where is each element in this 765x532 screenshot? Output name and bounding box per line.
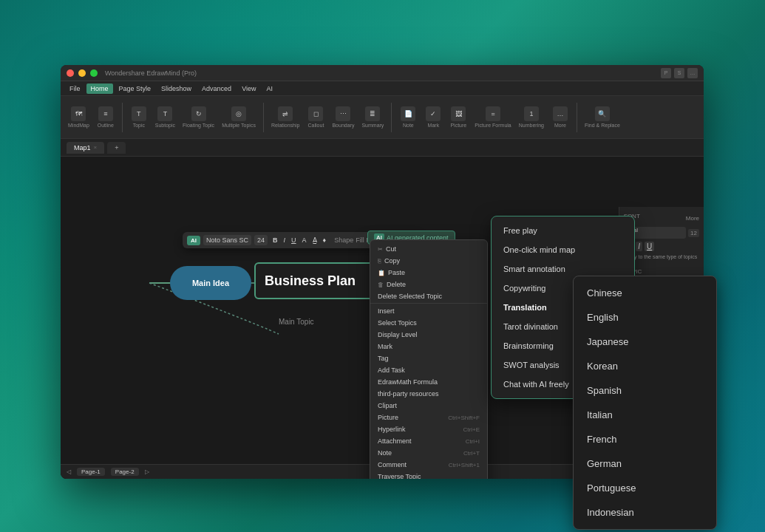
cm-hyperlink[interactable]: HyperlinkCtrl+E xyxy=(370,423,487,435)
share-button[interactable]: S xyxy=(674,68,684,78)
divider-1 xyxy=(122,103,123,132)
cm-tag[interactable]: Tag xyxy=(370,352,487,364)
highlight-button[interactable]: A̲ xyxy=(310,235,319,245)
cm-delete-topic[interactable]: Delete Selected Topic xyxy=(370,290,487,304)
attachment-shortcut: Ctrl+I xyxy=(466,438,480,445)
toolbar-more[interactable]: … More xyxy=(548,105,572,129)
find-replace-icon: 🔍 xyxy=(595,106,610,121)
page-label[interactable]: Page-1 xyxy=(77,468,105,476)
lang-italian[interactable]: Italian xyxy=(574,403,716,427)
cm-picture[interactable]: PictureCtrl+Shift+F xyxy=(370,412,487,423)
font-selector[interactable]: Noto Sans SC xyxy=(203,235,251,245)
cm-traverse[interactable]: Traverse Topic xyxy=(370,471,487,479)
toolbar-subtopic[interactable]: T Subtopic xyxy=(152,105,178,129)
lang-english[interactable]: English xyxy=(574,305,716,330)
toolbar-topic[interactable]: T Topic xyxy=(127,105,151,129)
menu-home[interactable]: Home xyxy=(86,83,113,94)
more-btn[interactable]: … xyxy=(687,68,698,78)
language-submenu: Chinese English Japanese Korean Spanish … xyxy=(573,276,717,530)
text-color-button[interactable]: A xyxy=(300,235,309,245)
cm-paste[interactable]: 📋Paste xyxy=(370,267,487,279)
font-size-input[interactable]: 12 xyxy=(688,229,699,237)
lang-portuguese[interactable]: Portuguese xyxy=(574,476,716,500)
ai-free-play[interactable]: Free play xyxy=(492,221,634,240)
divider-3 xyxy=(391,103,392,132)
cm-comment[interactable]: CommentCtrl+Shift+1 xyxy=(370,459,487,471)
mindmap-label: MindMap xyxy=(68,123,89,128)
cm-mark[interactable]: Mark xyxy=(370,341,487,352)
toolbar-numbering[interactable]: 1 Numbering xyxy=(516,105,547,129)
business-plan-label: Business Plan xyxy=(265,273,356,289)
tab-new[interactable]: + xyxy=(107,142,126,154)
cm-cut[interactable]: ✂Cut xyxy=(370,243,487,255)
nav-next[interactable]: ▷ xyxy=(145,468,149,475)
menu-file[interactable]: File xyxy=(65,83,85,94)
toolbar-boundary[interactable]: ⋯ Boundary xyxy=(329,105,357,129)
lang-japanese[interactable]: Japanese xyxy=(574,330,716,354)
bold-button[interactable]: B xyxy=(271,235,280,245)
toolbar-formula[interactable]: = Picture Formula xyxy=(472,105,514,129)
font-row: Arial 12 xyxy=(624,227,699,239)
menu-slideshow[interactable]: Slideshow xyxy=(157,83,196,94)
main-idea-node[interactable]: Main Idea xyxy=(170,266,251,300)
tab-map1[interactable]: Map1 × xyxy=(67,142,104,154)
cm-note[interactable]: NoteCtrl+T xyxy=(370,447,487,459)
toolbar-floating[interactable]: ↻ Floating Topic xyxy=(180,105,217,129)
boundary-icon: ⋯ xyxy=(336,106,350,121)
cm-insert[interactable]: Insert xyxy=(370,305,487,317)
toolbar-mindmap[interactable]: 🗺 MindMap xyxy=(65,105,92,129)
cm-delete[interactable]: 🗑Delete xyxy=(370,279,487,290)
underline-button[interactable]: U xyxy=(289,235,299,245)
menu-view[interactable]: View xyxy=(237,83,260,94)
cm-copy[interactable]: ⎘Copy xyxy=(370,255,487,267)
toolbar-outline[interactable]: ≡ Outline xyxy=(94,105,118,129)
cm-clipart[interactable]: Clipart xyxy=(370,400,487,412)
menu-ai[interactable]: AI xyxy=(262,83,277,94)
toolbar-find-replace[interactable]: 🔍 Find & Replace xyxy=(582,105,623,129)
lang-spanish[interactable]: Spanish xyxy=(574,378,716,403)
page2-label[interactable]: Page-2 xyxy=(111,468,139,476)
toolbar-picture[interactable]: 🖼 Picture xyxy=(446,105,470,129)
numbering-icon: 1 xyxy=(524,106,539,121)
lang-french[interactable]: French xyxy=(574,427,716,451)
more-link[interactable]: More xyxy=(686,215,699,222)
tab-map1-close[interactable]: × xyxy=(94,144,98,151)
lang-indonesian[interactable]: Indonesian xyxy=(574,500,716,525)
callout-label: Callout xyxy=(308,123,324,128)
ai-one-click[interactable]: One-click mind map xyxy=(492,240,634,259)
menu-page-style[interactable]: Page Style xyxy=(115,83,156,94)
toolbar-callout[interactable]: ◻ Callout xyxy=(304,105,327,129)
toolbar-relationship[interactable]: ⇌ Relationship xyxy=(268,105,303,129)
lang-korean[interactable]: Korean xyxy=(574,354,716,378)
cm-attachment[interactable]: AttachmentCtrl+I xyxy=(370,435,487,447)
nav-prev[interactable]: ◁ xyxy=(67,468,71,475)
formula-label: Picture Formula xyxy=(475,123,511,128)
close-dot[interactable] xyxy=(67,69,74,77)
underline-format[interactable]: U xyxy=(645,242,654,251)
cut-icon: ✂ xyxy=(378,246,383,253)
italic-format[interactable]: I xyxy=(636,242,642,251)
cm-formula[interactable]: EdrawMath Formula xyxy=(370,376,487,388)
font-size[interactable]: 24 xyxy=(254,235,268,245)
toolbar-mark[interactable]: ✓ Mark xyxy=(421,105,445,129)
maximize-dot[interactable] xyxy=(90,69,98,77)
cm-select-topics[interactable]: Select Topics xyxy=(370,317,487,329)
main-idea-label: Main Idea xyxy=(192,279,229,287)
minimize-dot[interactable] xyxy=(78,69,86,77)
italic-button[interactable]: I xyxy=(282,235,288,245)
publish-button[interactable]: P xyxy=(661,68,671,78)
menu-advanced[interactable]: Advanced xyxy=(197,83,236,94)
toolbar-note[interactable]: 📄 Note xyxy=(396,105,420,129)
toolbar-multiple[interactable]: ◎ Multiple Topics xyxy=(219,105,259,129)
lang-chinese[interactable]: Chinese xyxy=(574,281,716,305)
tab-new-label: + xyxy=(115,144,118,151)
apply-label: Apply to the same type of topics xyxy=(624,254,699,259)
cm-display-level[interactable]: Display Level xyxy=(370,329,487,341)
toolbar-summary[interactable]: ≣ Summary xyxy=(358,105,387,129)
cm-add-task[interactable]: Add Task xyxy=(370,364,487,376)
outline-label: Outline xyxy=(98,123,114,128)
cm-third-party[interactable]: third-party resources xyxy=(370,388,487,400)
outline-icon: ≡ xyxy=(98,106,113,121)
more-format-button[interactable]: ♦ xyxy=(321,235,329,245)
lang-german[interactable]: German xyxy=(574,451,716,476)
